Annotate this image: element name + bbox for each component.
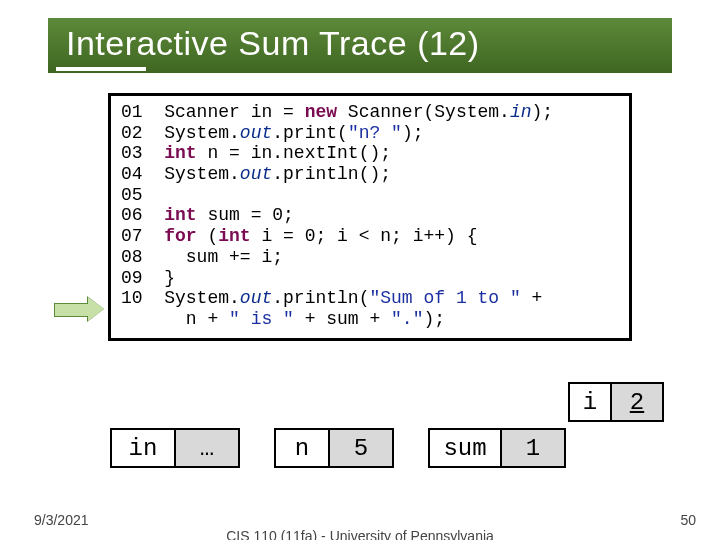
code-line-04: 04 System.out.println(); [121,164,619,185]
code-line-10: 10 System.out.println("Sum of 1 to " + [121,288,619,309]
n-label: n [274,428,330,468]
sum-label: sum [428,428,502,468]
code-line-07: 07 for (int i = 0; i < n; i++) { [121,226,619,247]
trace-row: in … n 5 sum 1 [110,428,566,468]
i-label: i [568,382,612,422]
code-line-01: 01 Scanner in = new Scanner(System.in); [121,102,619,123]
in-value: … [176,428,240,468]
code-line-08: 08 sum += i; [121,247,619,268]
sum-value: 1 [502,428,566,468]
code-line-11: n + " is " + sum + "."); [121,309,619,330]
execution-pointer-arrow [54,298,104,320]
slide-title: Interactive Sum Trace (12) [66,24,672,63]
in-label: in [110,428,176,468]
code-line-09: 09 } [121,268,619,289]
code-line-02: 02 System.out.print("n? "); [121,123,619,144]
trace-var-i: i 2 [568,382,664,422]
title-underline [48,71,672,75]
footer-date: 9/3/2021 [34,512,89,528]
footer-course: CIS 110 (11fa) - University of Pennsylva… [0,528,720,540]
i-value: 2 [612,382,664,422]
code-line-03: 03 int n = in.nextInt(); [121,143,619,164]
code-line-06: 06 int sum = 0; [121,205,619,226]
code-line-05: 05 [121,185,619,206]
title-bar: Interactive Sum Trace (12) [48,18,672,73]
footer-page-number: 50 [680,512,696,528]
n-value: 5 [330,428,394,468]
code-listing: 01 Scanner in = new Scanner(System.in); … [108,93,632,341]
